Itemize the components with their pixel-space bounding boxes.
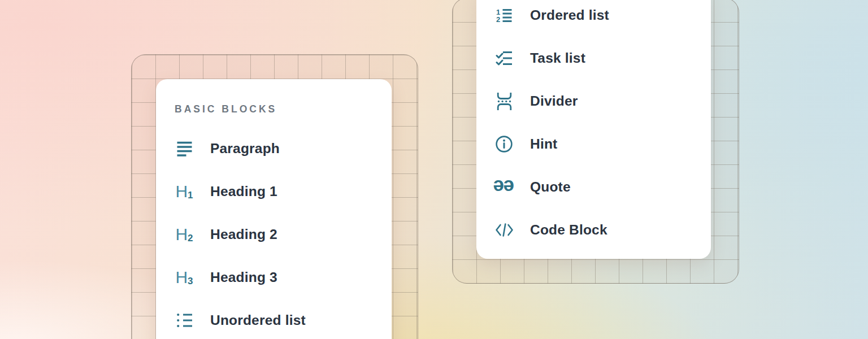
menu-item-label: Unordered list: [210, 312, 306, 328]
menu-item-label: Code Block: [530, 222, 607, 238]
heading-2-icon: H2: [175, 226, 194, 243]
menu-item-unordered-list[interactable]: Unordered list: [175, 299, 392, 339]
paragraph-icon: [175, 141, 194, 157]
ordered-list-icon: 1 2: [494, 8, 514, 23]
menu-item-code-block[interactable]: Code Block: [494, 208, 711, 251]
menu-item-label: Ordered list: [530, 7, 609, 23]
menu-item-heading-2[interactable]: H2 Heading 2: [175, 213, 392, 256]
panel-header: BASIC BLOCKS: [175, 102, 392, 116]
quote-icon: ee: [494, 179, 514, 195]
canvas: BASIC BLOCKS Paragraph H1 Heading 1 H2 H…: [0, 0, 868, 339]
advanced-blocks-panel: 1 2 Ordered list Task list: [476, 0, 711, 259]
menu-item-label: Task list: [530, 50, 585, 66]
menu-item-label: Heading 3: [210, 270, 277, 285]
code-block-icon: [494, 222, 514, 238]
menu-item-hint[interactable]: Hint: [494, 123, 711, 166]
heading-3-icon: H3: [175, 269, 194, 286]
hint-icon: [494, 135, 514, 153]
menu-item-label: Paragraph: [210, 141, 280, 157]
basic-blocks-panel: BASIC BLOCKS Paragraph H1 Heading 1 H2 H…: [156, 79, 392, 339]
menu-item-label: Heading 1: [210, 184, 277, 199]
menu-item-ordered-list[interactable]: 1 2 Ordered list: [494, 0, 711, 37]
task-list-icon: [494, 50, 514, 67]
divider-icon: [494, 92, 514, 111]
menu-item-paragraph[interactable]: Paragraph: [175, 127, 392, 170]
menu-item-label: Quote: [530, 179, 571, 195]
menu-item-heading-3[interactable]: H3 Heading 3: [175, 256, 392, 299]
menu-item-heading-1[interactable]: H1 Heading 1: [175, 170, 392, 213]
menu-item-label: Hint: [530, 136, 557, 152]
menu-item-quote[interactable]: ee Quote: [494, 166, 711, 208]
menu-item-task-list[interactable]: Task list: [494, 37, 711, 80]
unordered-list-icon: [175, 312, 194, 329]
menu-item-label: Heading 2: [210, 227, 277, 242]
svg-text:2: 2: [496, 15, 500, 23]
menu-item-divider[interactable]: Divider: [494, 80, 711, 123]
heading-1-icon: H1: [175, 183, 194, 200]
menu-item-label: Divider: [530, 93, 578, 109]
